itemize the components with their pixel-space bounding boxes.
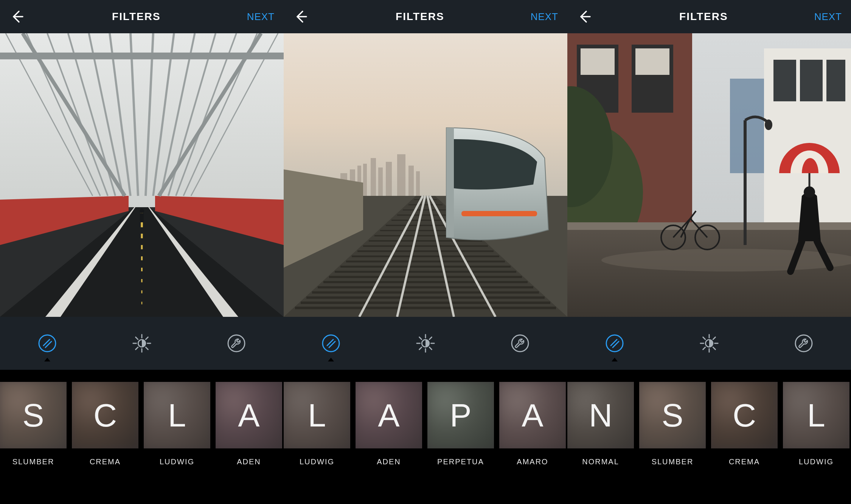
photo-preview[interactable] <box>567 33 851 317</box>
filter-normal[interactable]: NNORMAL <box>567 382 634 466</box>
filter-letter: N <box>589 397 612 434</box>
svg-rect-14 <box>141 302 142 304</box>
filter-thumbnail[interactable]: P <box>427 382 494 448</box>
header-bar: FILTERS NEXT <box>0 0 284 33</box>
svg-point-36 <box>39 335 56 352</box>
header-bar: FILTERS NEXT <box>284 0 567 33</box>
filter-label: AMARO <box>517 457 548 466</box>
header-title: FILTERS <box>112 11 161 23</box>
filter-amaro[interactable]: AAMARO <box>499 382 566 466</box>
filter-label: LUDWIG <box>300 457 334 466</box>
svg-rect-55 <box>363 164 367 196</box>
next-button[interactable]: NEXT <box>814 11 842 23</box>
back-arrow-icon[interactable] <box>9 8 26 25</box>
filter-letter: P <box>450 397 471 434</box>
back-arrow-icon[interactable] <box>293 8 309 25</box>
filter-letter: A <box>378 397 399 434</box>
filter-strip[interactable]: NNORMALSSLUMBERCCREMALLUDWIGAADEN <box>567 370 851 504</box>
svg-rect-35 <box>140 213 144 222</box>
filter-label: SLUMBER <box>652 457 694 466</box>
filter-ludwig[interactable]: LLUDWIG <box>284 382 350 466</box>
filter-label: ADEN <box>237 457 261 466</box>
svg-point-48 <box>228 335 245 352</box>
filter-thumbnail[interactable]: L <box>284 382 350 448</box>
svg-line-45 <box>136 337 138 340</box>
filter-aden[interactable]: AADEN <box>356 382 422 466</box>
filter-ludwig[interactable]: LLUDWIG <box>783 382 849 466</box>
svg-point-128 <box>804 186 815 198</box>
filter-thumbnail[interactable]: L <box>144 382 210 448</box>
svg-rect-12 <box>141 279 142 282</box>
lux-tab-icon[interactable] <box>415 333 436 354</box>
filter-thumbnail[interactable]: A <box>356 382 422 448</box>
filter-thumbnail[interactable]: C <box>72 382 138 448</box>
edit-tools-row <box>284 317 567 370</box>
filters-tab-icon[interactable] <box>37 333 58 354</box>
filter-thumbnail[interactable]: C <box>711 382 778 448</box>
filters-tab-icon[interactable] <box>320 333 342 354</box>
filter-strip[interactable]: LLUDWIGAADENPPERPETUAAAMAROMMAYFAIR <box>284 370 567 504</box>
svg-rect-8 <box>141 234 143 238</box>
screen-1: FILTERS NEXT SSLU <box>0 0 284 504</box>
filter-perpetua[interactable]: PPERPETUA <box>427 382 494 466</box>
filter-crema[interactable]: CCREMA <box>72 382 138 466</box>
filter-letter: A <box>522 397 543 434</box>
svg-rect-119 <box>730 79 764 173</box>
svg-rect-58 <box>386 162 392 196</box>
filter-slumber[interactable]: SSLUMBER <box>639 382 706 466</box>
svg-line-100 <box>419 347 422 349</box>
back-arrow-icon[interactable] <box>576 8 593 25</box>
svg-rect-60 <box>408 166 414 196</box>
filter-label: NORMAL <box>582 457 619 466</box>
photo-preview[interactable] <box>0 33 284 317</box>
next-button[interactable]: NEXT <box>247 11 275 23</box>
svg-point-34 <box>140 209 144 213</box>
screen-3: FILTERS NEXT <box>567 0 851 504</box>
filter-thumbnail[interactable]: A <box>499 382 566 448</box>
edit-tools-icon[interactable] <box>793 333 814 354</box>
filter-label: LUDWIG <box>799 457 834 466</box>
svg-rect-89 <box>446 128 454 237</box>
filter-slumber[interactable]: SSLUMBER <box>0 382 67 466</box>
filter-letter: L <box>168 397 186 434</box>
filter-letter: A <box>238 397 259 434</box>
svg-rect-115 <box>581 48 615 75</box>
svg-line-43 <box>136 347 138 349</box>
filter-label: ADEN <box>377 457 401 466</box>
filter-strip[interactable]: SSLUMBERCCREMALLUDWIGAADENPPERPETUA <box>0 370 284 504</box>
svg-rect-61 <box>416 171 420 196</box>
edit-tools-icon[interactable] <box>509 333 531 354</box>
filter-thumbnail[interactable]: S <box>0 382 67 448</box>
svg-point-121 <box>601 249 851 271</box>
lux-tab-icon[interactable] <box>131 333 152 354</box>
svg-line-138 <box>703 337 705 340</box>
edit-tools-icon[interactable] <box>226 333 247 354</box>
filter-crema[interactable]: CCREMA <box>711 382 778 466</box>
filter-thumbnail[interactable]: N <box>567 382 634 448</box>
filters-tab-icon[interactable] <box>604 333 625 354</box>
svg-point-93 <box>323 335 339 352</box>
filter-label: LUDWIG <box>160 457 194 466</box>
filter-thumbnail[interactable]: A <box>216 382 282 448</box>
svg-line-136 <box>703 347 705 349</box>
filter-ludwig[interactable]: LLUDWIG <box>144 382 210 466</box>
filter-letter: C <box>733 397 756 434</box>
svg-rect-116 <box>635 48 669 75</box>
filter-aden[interactable]: AADEN <box>216 382 282 466</box>
filter-letter: S <box>662 397 683 434</box>
svg-rect-7 <box>141 222 143 227</box>
filter-letter: S <box>22 397 44 434</box>
filter-thumbnail[interactable]: S <box>639 382 706 448</box>
edit-tools-row <box>567 317 851 370</box>
lux-tab-icon[interactable] <box>699 333 720 354</box>
svg-rect-111 <box>826 60 845 101</box>
svg-rect-11 <box>141 268 143 271</box>
filter-thumbnail[interactable]: L <box>783 382 849 448</box>
next-button[interactable]: NEXT <box>531 11 558 23</box>
filter-letter: L <box>308 397 326 434</box>
svg-rect-56 <box>371 158 376 196</box>
svg-point-141 <box>795 335 812 352</box>
svg-rect-13 <box>141 290 143 293</box>
photo-preview[interactable] <box>284 33 567 317</box>
svg-rect-110 <box>800 60 823 101</box>
